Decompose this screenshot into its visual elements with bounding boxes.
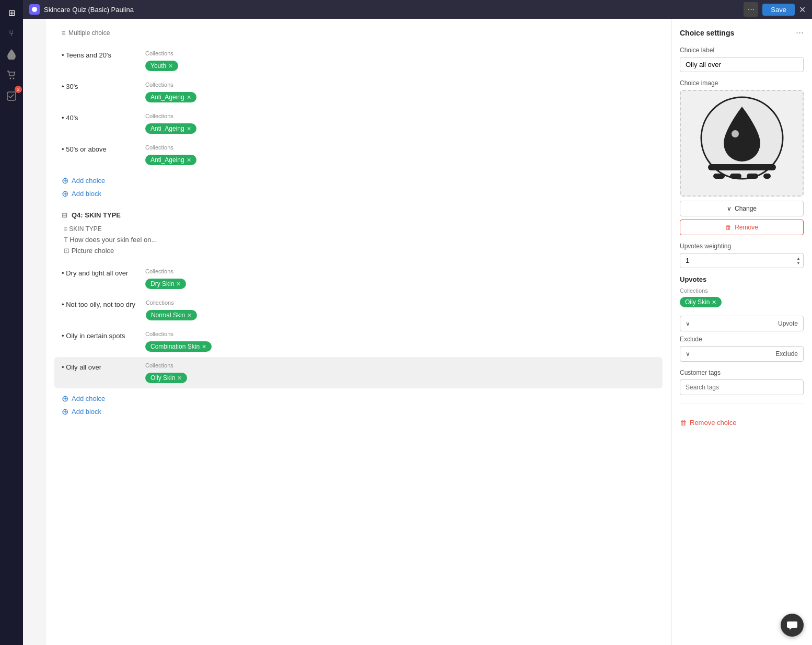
tag-pill: Dry Skin ✕ [145,279,186,289]
add-choice-q4-button[interactable]: ⊕ Add choice [62,394,655,404]
svg-point-0 [10,78,11,79]
panel-bottom: 🗑 Remove choice [680,404,804,433]
spinner-down-button[interactable]: ▼ [796,261,801,265]
sidebar-icon-branch[interactable]: ⑂ [3,25,20,42]
choice-label-input[interactable] [680,57,804,72]
sidebar-icon-cart[interactable] [3,67,20,84]
panel-more-button[interactable]: ··· [796,27,804,38]
remove-choice-button[interactable]: 🗑 Remove choice [680,414,737,431]
remove-tag-icon[interactable]: ✕ [168,63,173,70]
bullet-icon: • [62,51,66,59]
svg-rect-7 [708,164,776,170]
picture-choice-label: ⊡ Picture choice [64,247,655,255]
tag-pill: Combination Skin ✕ [145,341,212,352]
badge-count: 2 [15,86,22,93]
table-row: • 40's Collections Anti_Ageing ✕ [62,108,655,139]
main-container: ≡ Multiple choice • Teens and 20's Colle… [46,19,812,645]
remove-tag-icon[interactable]: ✕ [202,343,206,350]
exclude-section: Exclude ∨ Exclude [680,336,804,362]
bullet-icon: • [62,114,66,122]
svg-rect-9 [730,174,741,179]
table-row: • Oily in certain spots Collections Comb… [62,326,655,357]
skin-type-sub: ≡ SKIN TYPE [64,225,655,233]
plus-circle-icon: ⊕ [62,176,68,186]
trash-icon: 🗑 [725,224,732,231]
remove-tag-icon[interactable]: ✕ [187,125,191,132]
add-block-q4-button[interactable]: ⊕ Add block [62,407,655,417]
plus-circle-icon: ⊕ [62,394,68,404]
oily-skin-tag: Oily Skin ✕ [680,297,722,307]
remove-tag-icon[interactable]: ✕ [187,312,192,319]
sidebar: ⊞ ⑂ 2 [0,0,23,645]
trash-icon: 🗑 [680,419,687,427]
bullet-icon: • [62,145,66,153]
sidebar-icon-check[interactable]: 2 [3,88,20,105]
remove-tag-icon[interactable]: ✕ [177,375,182,382]
choice-image-section: Choice image [680,79,804,235]
skin-type-choices-list: • Dry and tight all over Collections Dry… [62,263,655,388]
svg-point-1 [13,78,15,79]
table-row: • Dry and tight all over Collections Dry… [62,263,655,294]
table-row: • 50's or above Collections Anti_Ageing … [62,139,655,170]
add-choice-button[interactable]: ⊕ Add choice [62,176,655,186]
remove-tag-icon[interactable]: ✕ [187,157,191,164]
chat-bubble-button[interactable] [781,614,804,637]
q4-block: ⊟ Q4: SKIN TYPE ≡ SKIN TYPE T How does y… [62,211,655,417]
upvotes-section: Upvotes Collections Oily Skin ✕ ∨ Upvote [680,275,804,331]
chevron-down-icon: ∨ [686,320,690,327]
table-row: • Teens and 20's Collections Youth ✕ [62,45,655,76]
oil-drop-image [681,91,803,195]
choice-label-section: Choice label [680,47,804,72]
save-button[interactable]: Save [762,4,795,16]
svg-rect-11 [763,174,771,179]
tag-pill: Anti_Ageing ✕ [145,123,196,134]
content-area: ≡ Multiple choice • Teens and 20's Colle… [46,19,671,645]
q4-grid-icon: ⊟ [62,211,67,219]
plus-circle-icon: ⊕ [62,189,68,199]
remove-tag-icon[interactable]: ✕ [187,94,191,101]
exclude-label: Exclude [680,336,804,343]
exclude-dropdown[interactable]: ∨ Exclude [680,346,804,362]
search-tags-input[interactable] [680,379,804,395]
table-row[interactable]: • Oily all over Collections Oily Skin ✕ [54,357,663,388]
close-button[interactable]: ✕ [799,5,806,15]
tag-pill: Anti_Ageing ✕ [145,92,196,102]
plus-circle-icon: ⊕ [62,407,68,417]
bullet-icon: • [62,83,66,90]
customer-tags-label: Customer tags [680,369,804,376]
upvotes-label: Upvotes [680,275,804,283]
sidebar-icon-grid[interactable]: ⊞ [3,4,20,21]
right-panel: Choice settings ··· Choice label Choice … [671,19,812,645]
collections-sub-label: Collections [680,287,804,294]
svg-rect-10 [747,174,758,179]
choice-image-label: Choice image [680,79,804,87]
chevron-down-icon: ∨ [686,350,690,358]
table-row: • Not too oily, not too dry Collections … [62,294,655,326]
change-image-button[interactable]: ∨ Change [680,201,804,216]
age-choices-list: • Teens and 20's Collections Youth ✕ • 3… [62,45,655,170]
add-block-button[interactable]: ⊕ Add block [62,189,655,199]
choice-image-container [680,90,804,197]
customer-tags-section: Customer tags [680,369,804,395]
choice-label-field-label: Choice label [680,47,804,54]
remove-oily-tag-icon[interactable]: ✕ [712,299,716,306]
app-logo [29,4,40,15]
tag-pill: Youth ✕ [145,61,178,71]
tag-pill: Anti_Ageing ✕ [145,155,196,165]
block-type: ≡ Multiple choice [62,29,655,37]
remove-image-button[interactable]: 🗑 Remove [680,220,804,235]
tag-pill: Oily Skin ✕ [145,373,187,383]
upvotes-weighting-input[interactable] [680,253,804,268]
more-button[interactable]: ··· [744,2,758,17]
q4-question-text: T How does your skin feel on... [64,236,655,244]
chevron-down-icon: ∨ [727,205,732,212]
spinner-up-button[interactable]: ▲ [796,256,801,260]
remove-tag-icon[interactable]: ✕ [176,281,181,287]
upvote-dropdown[interactable]: ∨ Upvote [680,316,804,331]
svg-point-6 [732,130,739,137]
list-icon: ≡ [62,29,65,37]
panel-header: Choice settings ··· [680,27,804,38]
upvotes-weighting-section: Upvotes weighting ▲ ▼ [680,243,804,268]
sidebar-icon-drop[interactable] [3,46,20,63]
topbar: Skincare Quiz (Basic) Paulina ··· Save ✕ [23,0,812,19]
